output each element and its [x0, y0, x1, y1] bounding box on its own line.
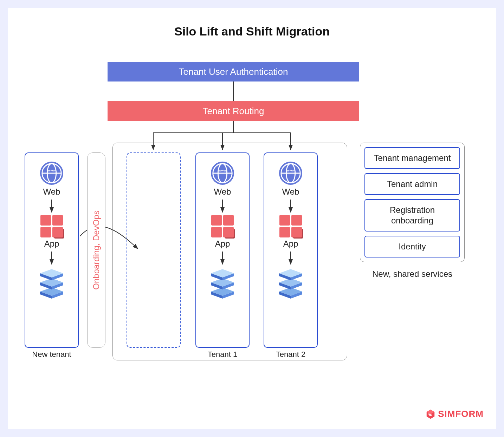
down-arrow-icon	[286, 199, 295, 215]
brand-logo: SIMFORM	[425, 409, 484, 419]
tenant-2-caption: Tenant 2	[264, 350, 318, 359]
service-tenant-management: Tenant management	[364, 147, 460, 169]
app-label: App	[215, 239, 230, 249]
database-icon	[38, 267, 65, 299]
tenant-1-silo: WWW Web App	[195, 152, 250, 348]
database-icon	[209, 267, 236, 299]
app-label: App	[44, 239, 59, 249]
svg-text:WWW: WWW	[287, 169, 295, 172]
service-identity: Identity	[364, 236, 460, 257]
tenant-auth-bar: Tenant User Authentication	[108, 62, 359, 81]
service-tenant-admin: Tenant admin	[364, 173, 460, 195]
tenant-routing-bar: Tenant Routing	[108, 101, 359, 121]
app-icon	[211, 215, 234, 237]
shared-services-caption: New, shared services	[360, 268, 465, 279]
new-tenant-silo: WWW Web App	[25, 152, 79, 348]
down-arrow-icon	[286, 251, 295, 267]
globe-icon: WWW	[278, 161, 303, 185]
placeholder-silo	[127, 152, 181, 348]
down-arrow-icon	[47, 251, 56, 267]
service-registration: Registration onboarding	[364, 199, 460, 231]
brand-text: SIMFORM	[438, 409, 484, 419]
app-label: App	[283, 239, 298, 249]
onboarding-label: Onboarding, DevOps	[91, 210, 101, 289]
shared-services-panel: Tenant management Tenant admin Registrat…	[360, 143, 465, 262]
brand-mark-icon	[425, 409, 436, 419]
onboarding-pill: Onboarding, DevOps	[87, 152, 105, 348]
app-icon	[40, 215, 63, 237]
globe-icon: WWW	[39, 161, 64, 185]
down-arrow-icon	[218, 251, 227, 267]
tenant-2-silo: WWW Web App	[264, 152, 318, 348]
svg-text:WWW: WWW	[48, 169, 56, 172]
web-label: Web	[282, 187, 299, 197]
tenant-1-caption: Tenant 1	[195, 350, 250, 359]
globe-icon: WWW	[210, 161, 235, 185]
down-arrow-icon	[218, 199, 227, 215]
down-arrow-icon	[47, 199, 56, 215]
web-label: Web	[43, 187, 60, 197]
web-label: Web	[214, 187, 231, 197]
tenant-routing-label: Tenant Routing	[203, 106, 264, 117]
page-title: Silo Lift and Shift Migration	[8, 8, 496, 38]
app-icon	[279, 215, 302, 237]
new-tenant-caption: New tenant	[25, 350, 79, 359]
database-icon	[277, 267, 304, 299]
svg-text:WWW: WWW	[219, 169, 227, 172]
diagram-frame: Silo Lift and Shift Migration Tenant Use…	[8, 8, 496, 429]
tenant-auth-label: Tenant User Authentication	[179, 66, 288, 77]
